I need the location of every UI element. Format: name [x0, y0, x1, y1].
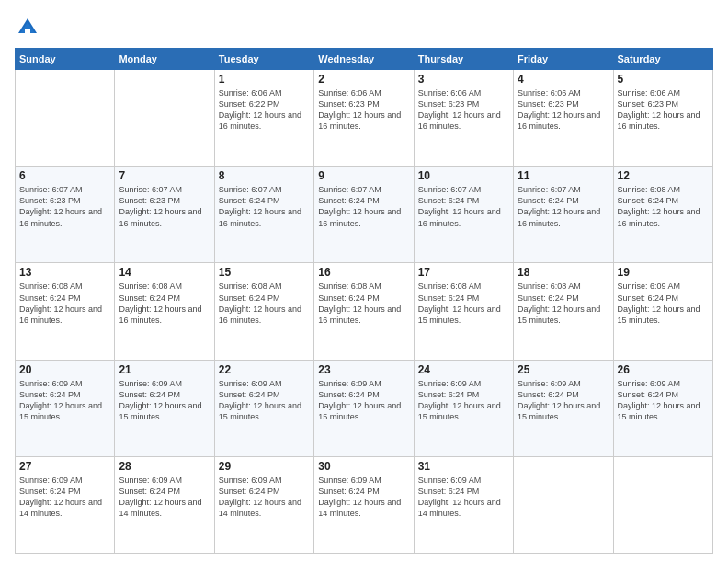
day-number: 19 [618, 266, 709, 279]
day-number: 10 [418, 169, 509, 182]
day-of-week-header: Wednesday [314, 49, 414, 70]
day-info: Sunrise: 6:09 AM Sunset: 6:24 PM Dayligh… [518, 378, 609, 423]
day-number: 4 [518, 73, 609, 86]
calendar-day-cell: 5Sunrise: 6:06 AM Sunset: 6:23 PM Daylig… [613, 70, 712, 167]
calendar-day-cell: 13Sunrise: 6:08 AM Sunset: 6:24 PM Dayli… [16, 263, 115, 360]
calendar-day-cell: 25Sunrise: 6:09 AM Sunset: 6:24 PM Dayli… [514, 360, 613, 456]
day-info: Sunrise: 6:08 AM Sunset: 6:24 PM Dayligh… [119, 281, 210, 326]
page: SundayMondayTuesdayWednesdayThursdayFrid… [0, 0, 728, 563]
calendar-day-cell: 8Sunrise: 6:07 AM Sunset: 6:24 PM Daylig… [214, 167, 313, 263]
header [15, 15, 713, 40]
calendar-day-cell: 19Sunrise: 6:09 AM Sunset: 6:24 PM Dayli… [613, 263, 712, 360]
calendar-week-row: 1Sunrise: 6:06 AM Sunset: 6:22 PM Daylig… [16, 70, 713, 167]
day-number: 23 [318, 363, 409, 376]
calendar-day-cell: 9Sunrise: 6:07 AM Sunset: 6:24 PM Daylig… [314, 167, 414, 263]
calendar-day-cell: 28Sunrise: 6:09 AM Sunset: 6:24 PM Dayli… [115, 456, 214, 553]
day-number: 31 [418, 460, 509, 473]
day-number: 17 [418, 266, 509, 279]
calendar-week-row: 13Sunrise: 6:08 AM Sunset: 6:24 PM Dayli… [16, 263, 713, 360]
calendar-day-cell: 16Sunrise: 6:08 AM Sunset: 6:24 PM Dayli… [314, 263, 414, 360]
calendar-day-cell: 26Sunrise: 6:09 AM Sunset: 6:24 PM Dayli… [613, 360, 712, 456]
calendar-day-cell: 15Sunrise: 6:08 AM Sunset: 6:24 PM Dayli… [214, 263, 313, 360]
day-info: Sunrise: 6:07 AM Sunset: 6:24 PM Dayligh… [418, 184, 509, 229]
day-info: Sunrise: 6:06 AM Sunset: 6:23 PM Dayligh… [618, 87, 709, 132]
day-of-week-header: Tuesday [214, 49, 313, 70]
day-of-week-header: Sunday [16, 49, 115, 70]
day-info: Sunrise: 6:09 AM Sunset: 6:24 PM Dayligh… [219, 475, 310, 520]
calendar-day-cell: 7Sunrise: 6:07 AM Sunset: 6:23 PM Daylig… [115, 167, 214, 263]
calendar-week-row: 20Sunrise: 6:09 AM Sunset: 6:24 PM Dayli… [16, 360, 713, 456]
day-number: 1 [219, 73, 310, 86]
calendar-day-cell: 20Sunrise: 6:09 AM Sunset: 6:24 PM Dayli… [16, 360, 115, 456]
day-info: Sunrise: 6:07 AM Sunset: 6:23 PM Dayligh… [119, 184, 210, 229]
calendar-day-cell: 6Sunrise: 6:07 AM Sunset: 6:23 PM Daylig… [16, 167, 115, 263]
day-number: 27 [19, 460, 110, 473]
calendar-day-cell: 3Sunrise: 6:06 AM Sunset: 6:23 PM Daylig… [414, 70, 513, 167]
day-info: Sunrise: 6:09 AM Sunset: 6:24 PM Dayligh… [19, 475, 110, 520]
day-info: Sunrise: 6:07 AM Sunset: 6:24 PM Dayligh… [318, 184, 409, 229]
calendar-day-cell: 27Sunrise: 6:09 AM Sunset: 6:24 PM Dayli… [16, 456, 115, 553]
calendar-day-cell [613, 456, 712, 553]
calendar-day-cell [514, 456, 613, 553]
day-number: 18 [518, 266, 609, 279]
svg-rect-2 [25, 29, 30, 33]
day-info: Sunrise: 6:07 AM Sunset: 6:24 PM Dayligh… [518, 184, 609, 229]
day-number: 14 [119, 266, 210, 279]
day-info: Sunrise: 6:09 AM Sunset: 6:24 PM Dayligh… [119, 475, 210, 520]
day-number: 11 [518, 169, 609, 182]
calendar-day-cell: 4Sunrise: 6:06 AM Sunset: 6:23 PM Daylig… [514, 70, 613, 167]
calendar-day-cell: 23Sunrise: 6:09 AM Sunset: 6:24 PM Dayli… [314, 360, 414, 456]
day-number: 20 [19, 363, 110, 376]
calendar-day-cell: 10Sunrise: 6:07 AM Sunset: 6:24 PM Dayli… [414, 167, 513, 263]
day-info: Sunrise: 6:09 AM Sunset: 6:24 PM Dayligh… [119, 378, 210, 423]
day-number: 5 [618, 73, 709, 86]
day-number: 16 [318, 266, 409, 279]
day-number: 21 [119, 363, 210, 376]
day-number: 30 [318, 460, 409, 473]
calendar-day-cell: 17Sunrise: 6:08 AM Sunset: 6:24 PM Dayli… [414, 263, 513, 360]
calendar-week-row: 27Sunrise: 6:09 AM Sunset: 6:24 PM Dayli… [16, 456, 713, 553]
day-of-week-header: Friday [514, 49, 613, 70]
day-number: 22 [219, 363, 310, 376]
day-number: 7 [119, 169, 210, 182]
day-of-week-header: Saturday [613, 49, 712, 70]
logo-icon [15, 15, 40, 40]
day-info: Sunrise: 6:09 AM Sunset: 6:24 PM Dayligh… [19, 378, 110, 423]
day-info: Sunrise: 6:09 AM Sunset: 6:24 PM Dayligh… [618, 378, 709, 423]
day-info: Sunrise: 6:09 AM Sunset: 6:24 PM Dayligh… [219, 378, 310, 423]
day-info: Sunrise: 6:06 AM Sunset: 6:23 PM Dayligh… [518, 87, 609, 132]
calendar-day-cell: 18Sunrise: 6:08 AM Sunset: 6:24 PM Dayli… [514, 263, 613, 360]
day-info: Sunrise: 6:09 AM Sunset: 6:24 PM Dayligh… [418, 475, 509, 520]
calendar-day-cell: 31Sunrise: 6:09 AM Sunset: 6:24 PM Dayli… [414, 456, 513, 553]
day-number: 8 [219, 169, 310, 182]
calendar-day-cell: 30Sunrise: 6:09 AM Sunset: 6:24 PM Dayli… [314, 456, 414, 553]
day-info: Sunrise: 6:06 AM Sunset: 6:23 PM Dayligh… [318, 87, 409, 132]
day-number: 9 [318, 169, 409, 182]
calendar-day-cell: 2Sunrise: 6:06 AM Sunset: 6:23 PM Daylig… [314, 70, 414, 167]
day-info: Sunrise: 6:09 AM Sunset: 6:24 PM Dayligh… [618, 281, 709, 326]
day-number: 15 [219, 266, 310, 279]
day-number: 12 [618, 169, 709, 182]
day-info: Sunrise: 6:09 AM Sunset: 6:24 PM Dayligh… [318, 475, 409, 520]
day-number: 13 [19, 266, 110, 279]
calendar-day-cell: 29Sunrise: 6:09 AM Sunset: 6:24 PM Dayli… [214, 456, 313, 553]
day-info: Sunrise: 6:06 AM Sunset: 6:22 PM Dayligh… [219, 87, 310, 132]
day-info: Sunrise: 6:07 AM Sunset: 6:24 PM Dayligh… [219, 184, 310, 229]
day-info: Sunrise: 6:08 AM Sunset: 6:24 PM Dayligh… [418, 281, 509, 326]
day-info: Sunrise: 6:06 AM Sunset: 6:23 PM Dayligh… [418, 87, 509, 132]
day-info: Sunrise: 6:08 AM Sunset: 6:24 PM Dayligh… [618, 184, 709, 229]
logo [15, 15, 44, 40]
day-info: Sunrise: 6:08 AM Sunset: 6:24 PM Dayligh… [318, 281, 409, 326]
day-number: 3 [418, 73, 509, 86]
day-info: Sunrise: 6:08 AM Sunset: 6:24 PM Dayligh… [518, 281, 609, 326]
calendar-day-cell: 22Sunrise: 6:09 AM Sunset: 6:24 PM Dayli… [214, 360, 313, 456]
day-number: 24 [418, 363, 509, 376]
calendar-day-cell: 1Sunrise: 6:06 AM Sunset: 6:22 PM Daylig… [214, 70, 313, 167]
calendar-day-cell: 14Sunrise: 6:08 AM Sunset: 6:24 PM Dayli… [115, 263, 214, 360]
day-number: 26 [618, 363, 709, 376]
day-info: Sunrise: 6:09 AM Sunset: 6:24 PM Dayligh… [318, 378, 409, 423]
calendar-day-cell [115, 70, 214, 167]
day-number: 25 [518, 363, 609, 376]
calendar-day-cell: 21Sunrise: 6:09 AM Sunset: 6:24 PM Dayli… [115, 360, 214, 456]
calendar-day-cell [16, 70, 115, 167]
